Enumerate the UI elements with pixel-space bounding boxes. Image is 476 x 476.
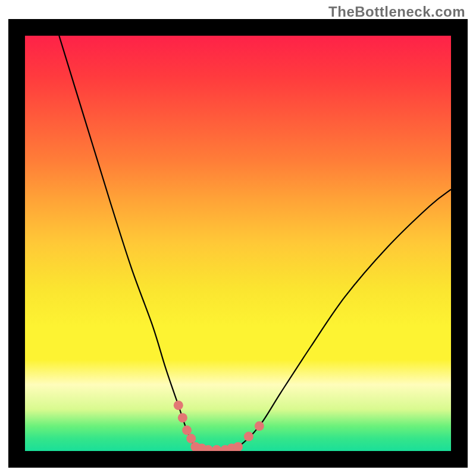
- valley-markers: [174, 400, 264, 451]
- valley-marker-dot: [244, 432, 253, 441]
- valley-marker-dot: [182, 425, 192, 435]
- curve-layer: [25, 36, 451, 451]
- valley-marker-dot: [233, 442, 243, 451]
- valley-marker-dot: [255, 421, 264, 431]
- chart-frame: [8, 19, 468, 468]
- valley-marker-dot: [174, 400, 183, 410]
- valley-marker-dot: [178, 413, 187, 422]
- plot-area: [25, 36, 451, 451]
- valley-marker-dot: [186, 434, 196, 443]
- bottleneck-curve-path: [59, 36, 451, 450]
- watermark-text: TheBottleneck.com: [328, 4, 465, 20]
- valley-marker-dot: [212, 445, 221, 451]
- chart-root: TheBottleneck.com: [0, 0, 476, 476]
